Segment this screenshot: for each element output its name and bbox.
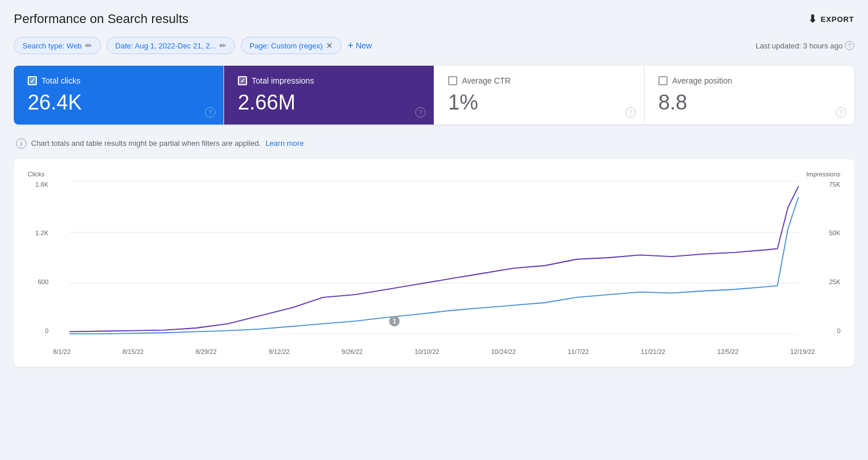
info-bar: i Chart totals and table results might b… — [14, 134, 854, 153]
edit-icon: ✏ — [85, 41, 92, 50]
metric-checkbox[interactable] — [28, 76, 37, 85]
metric-checkbox[interactable] — [658, 76, 668, 85]
help-icon: ? — [845, 41, 854, 50]
metrics-row: Total clicks 26.4K ? Total impressions 2… — [14, 66, 854, 125]
chart-svg: 1 — [53, 181, 815, 334]
help-icon[interactable]: ? — [205, 107, 215, 118]
export-icon: ⬇ — [808, 13, 817, 25]
page-filter[interactable]: Page: Custom (regex) ✕ — [241, 37, 342, 54]
metric-label: Average CTR — [448, 76, 630, 85]
metric-checkbox[interactable] — [238, 76, 247, 85]
filters-bar: Search type: Web ✏ Date: Aug 1, 2022-Dec… — [14, 37, 854, 54]
export-button[interactable]: ⬇ EXPORT — [808, 13, 854, 25]
y-axis-left: 0 600 1.2K 1.8K — [28, 181, 48, 334]
metric-label: Total impressions — [238, 76, 420, 85]
chart-area: Clicks Impressions 0 600 1.2K 1.8K 0 25K… — [28, 171, 840, 355]
metric-value: 2.66M — [238, 91, 420, 114]
svg-text:1: 1 — [393, 318, 396, 324]
metric-value: 8.8 — [658, 91, 840, 114]
metric-total-impressions[interactable]: Total impressions 2.66M ? — [224, 66, 434, 125]
metric-checkbox[interactable] — [448, 76, 457, 85]
metric-value: 1% — [448, 91, 630, 114]
metric-label: Total clicks — [28, 76, 210, 85]
new-filter-button[interactable]: + New — [347, 40, 372, 52]
x-axis: 8/1/22 8/15/22 8/29/22 9/12/22 9/26/22 1… — [53, 348, 815, 355]
plus-icon: + — [347, 40, 354, 52]
learn-more-link[interactable]: Learn more — [266, 139, 304, 148]
page-title: Performance on Search results — [14, 12, 188, 27]
chart-container: Clicks Impressions 0 600 1.2K 1.8K 0 25K… — [14, 159, 854, 367]
help-icon[interactable]: ? — [626, 107, 636, 118]
y-axis-right-label: Impressions — [806, 171, 840, 178]
help-icon[interactable]: ? — [836, 107, 846, 118]
metric-total-clicks[interactable]: Total clicks 26.4K ? — [14, 66, 224, 125]
y-axis-right: 0 25K 50K 75K — [817, 181, 840, 334]
search-type-filter[interactable]: Search type: Web ✏ — [14, 37, 101, 54]
metric-label: Average position — [658, 76, 840, 85]
date-filter[interactable]: Date: Aug 1, 2022-Dec 21, 2... ✏ — [107, 37, 235, 54]
info-text: Chart totals and table results might be … — [31, 139, 261, 148]
metric-average-position[interactable]: Average position 8.8 ? — [645, 66, 854, 125]
last-updated: Last updated: 3 hours ago ? — [756, 41, 854, 50]
y-axis-left-label: Clicks — [28, 171, 44, 178]
metric-average-ctr[interactable]: Average CTR 1% ? — [434, 66, 645, 125]
close-icon[interactable]: ✕ — [326, 41, 333, 50]
edit-icon: ✏ — [219, 41, 226, 50]
metric-value: 26.4K — [28, 91, 210, 114]
page-header: Performance on Search results ⬇ EXPORT — [14, 12, 854, 27]
help-icon[interactable]: ? — [415, 107, 426, 118]
info-icon: i — [16, 138, 26, 149]
